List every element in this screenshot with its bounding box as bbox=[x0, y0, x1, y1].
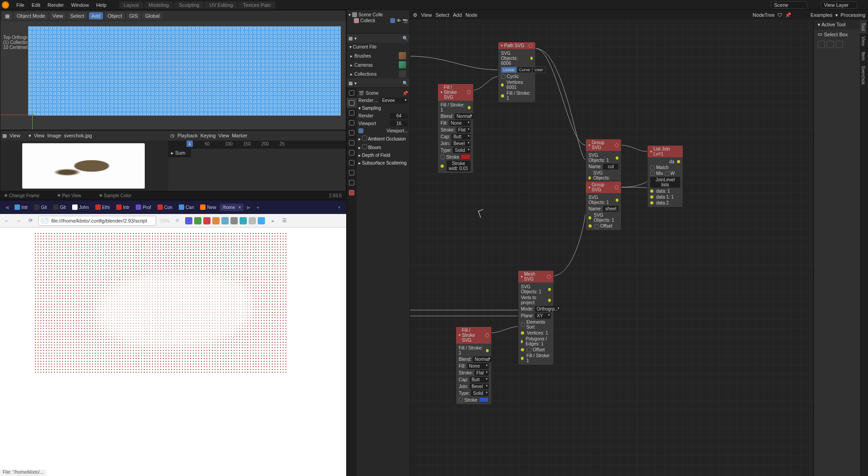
ie-view2-menu[interactable]: View bbox=[34, 133, 45, 138]
cap-select[interactable]: Butt bbox=[470, 377, 489, 383]
prop-tab-physics[interactable] bbox=[347, 178, 357, 188]
node-state-icon[interactable] bbox=[547, 275, 551, 279]
ne-type-icon[interactable]: ⚙ bbox=[413, 12, 417, 18]
node-editor[interactable]: ⚙ View Select Add Node NodeTree 🛡 📌 Exam… bbox=[410, 10, 868, 476]
ao-panel[interactable]: ▸ Ambient Occlusion bbox=[358, 134, 408, 143]
tl-view[interactable]: View bbox=[218, 133, 229, 138]
node-state-icon[interactable] bbox=[529, 44, 533, 48]
viewlayer-selector[interactable]: View Layer bbox=[821, 1, 857, 9]
new-tab-button[interactable]: ＋ bbox=[254, 203, 262, 211]
curve-mode-toggle[interactable]: LinearCurveUser bbox=[501, 67, 545, 73]
examples-menu[interactable]: Examples bbox=[810, 12, 832, 18]
np-option-1[interactable] bbox=[818, 41, 825, 48]
node-list-join[interactable]: ▾List Join Lv=1 da Match Mix W JoinLevel… bbox=[647, 145, 683, 208]
tl-marker[interactable]: Marker bbox=[232, 133, 247, 138]
nav-reload-icon[interactable]: ⟳ bbox=[26, 217, 34, 225]
browser-tab-active[interactable]: /home × bbox=[220, 204, 244, 211]
np-tab-tool[interactable]: Tool bbox=[860, 20, 867, 34]
ext-icon[interactable] bbox=[258, 217, 265, 224]
node-state-icon[interactable] bbox=[467, 90, 471, 94]
asset-brushes[interactable]: ▸Brushes bbox=[347, 51, 410, 60]
menu-edit[interactable]: Edit bbox=[28, 2, 44, 8]
menu-file[interactable]: File bbox=[13, 2, 28, 8]
menu-window[interactable]: Window bbox=[68, 2, 93, 8]
mode-select[interactable]: Object Mode bbox=[14, 12, 48, 19]
browser-tab[interactable]: New bbox=[197, 203, 219, 211]
node-fill-stroke-2[interactable]: ▾Fill / Stroke SVG Fill / Stroke: 1 Blen… bbox=[456, 326, 492, 405]
joinlevel-field[interactable]: JoinLevel lists bbox=[650, 177, 680, 188]
workspace-tab-uv[interactable]: UV Editing bbox=[205, 1, 237, 9]
menu-help[interactable]: Help bbox=[93, 2, 110, 8]
asset-section-head[interactable]: ▾ Current File bbox=[347, 43, 410, 51]
group-name-field[interactable]: cut bbox=[603, 164, 618, 170]
node-mesh-svg[interactable]: ▾Mesh SVG SVG Objects: 1 Verts to projec… bbox=[518, 270, 554, 365]
np-tab-item[interactable]: Item bbox=[860, 49, 867, 63]
blend-select[interactable]: Normal bbox=[455, 113, 473, 119]
mode-select[interactable]: Orthogrp... bbox=[535, 306, 560, 312]
vp-menu-object[interactable]: Object bbox=[105, 12, 125, 19]
node-state-icon[interactable] bbox=[485, 333, 489, 337]
viewport-samples-field[interactable]: 16 bbox=[390, 121, 408, 126]
collection-visible-checkbox[interactable] bbox=[390, 18, 395, 23]
ab-type-icon[interactable]: ▦ bbox=[348, 81, 353, 86]
bloom-panel[interactable]: ▸ Bloom bbox=[358, 143, 408, 151]
workspace-tab-layout[interactable]: Layout bbox=[119, 1, 143, 9]
eye-icon[interactable]: 👁 bbox=[397, 18, 401, 23]
prop-tab-render[interactable] bbox=[347, 98, 357, 108]
workspace-tab-texture[interactable]: Texture Pain bbox=[238, 1, 275, 9]
menu-icon[interactable]: ☰ bbox=[280, 217, 289, 225]
shield-icon[interactable]: 🛡 bbox=[777, 12, 782, 18]
browser-tab[interactable]: Ethi bbox=[93, 203, 113, 211]
ie-image-menu[interactable]: Image bbox=[47, 133, 61, 138]
prop-tab-particles[interactable] bbox=[347, 168, 357, 178]
playhead[interactable]: 1 bbox=[186, 141, 193, 147]
image-name-field[interactable]: sverchok.jpg bbox=[64, 133, 109, 138]
np-tab-view[interactable]: View bbox=[860, 34, 867, 49]
node-state-icon[interactable] bbox=[615, 185, 618, 189]
summary-row[interactable]: ▸ Sum bbox=[168, 149, 191, 157]
render-engine-select[interactable]: Eevee bbox=[380, 97, 408, 103]
vp-menu-select[interactable]: Select bbox=[68, 12, 87, 19]
browser-tab[interactable]: Git bbox=[31, 203, 49, 211]
nav-forward-icon[interactable]: → bbox=[15, 217, 23, 225]
viewport-3d[interactable]: ▦ Object Mode View Select Add Object GIS… bbox=[0, 10, 346, 130]
ne-menu-node[interactable]: Node bbox=[466, 12, 477, 18]
ext-icon[interactable] bbox=[230, 217, 238, 224]
ab-type-icon[interactable]: ▦ bbox=[348, 36, 353, 41]
asset-collections[interactable]: ▸Collections bbox=[347, 69, 410, 78]
stroke-select[interactable]: Flat bbox=[475, 370, 489, 376]
tl-type-icon[interactable]: ◷ bbox=[170, 133, 175, 139]
stroke-color-swatch[interactable] bbox=[479, 397, 489, 403]
processing-menu[interactable]: Processing bbox=[841, 12, 865, 18]
ne-menu-add[interactable]: Add bbox=[453, 12, 462, 18]
node-path-svg[interactable]: ▾Path SVG SVG Objects: 6006 LinearCurveU… bbox=[498, 42, 536, 103]
tabstrip-back-icon[interactable]: ◀ bbox=[3, 203, 11, 211]
ext-icon[interactable] bbox=[203, 217, 211, 224]
cap-select[interactable]: Butt bbox=[451, 134, 471, 140]
orientation-select[interactable]: Global bbox=[142, 12, 162, 19]
overflow-icon[interactable]: » bbox=[269, 217, 277, 225]
prop-tab-object[interactable] bbox=[347, 148, 357, 158]
join-select[interactable]: Bevel bbox=[451, 141, 471, 146]
image-editor[interactable]: ▦ View ▾ View Image sverchok.jpg bbox=[0, 131, 168, 191]
outliner[interactable]: ▾ Scene Colle Collecti 👁 📷 bbox=[347, 10, 410, 34]
tabstrip-dropdown-icon[interactable]: ▾ bbox=[335, 203, 343, 211]
browser-tab[interactable]: Intr bbox=[113, 203, 132, 211]
prop-tab-material[interactable] bbox=[347, 188, 357, 198]
browser-tab[interactable]: Git bbox=[50, 203, 69, 211]
close-icon[interactable]: × bbox=[238, 205, 241, 210]
tabstrip-fwd-icon[interactable]: ▶ bbox=[245, 203, 253, 211]
sss-panel[interactable]: ▸ Subsurface Scattering bbox=[358, 159, 408, 167]
workspace-tab-modeling[interactable]: Modeling bbox=[144, 1, 174, 9]
ext-icon[interactable] bbox=[221, 217, 229, 224]
plane-select[interactable]: XY bbox=[535, 313, 551, 319]
node-state-icon[interactable] bbox=[615, 143, 618, 147]
dof-panel[interactable]: ▸ Depth of Field bbox=[358, 151, 408, 159]
type-select[interactable]: Solid bbox=[471, 390, 489, 396]
node-group-svg-2[interactable]: ▾Group SVG SVG Objects: 1 Name:sheet SVG… bbox=[585, 181, 622, 231]
browser-tab[interactable]: John bbox=[69, 203, 92, 211]
tl-keying[interactable]: Keying bbox=[201, 133, 216, 138]
np-tab-sverchok[interactable]: Sverchok bbox=[860, 63, 867, 87]
np-option-2[interactable] bbox=[827, 41, 834, 48]
node-fill-stroke-1[interactable]: ▾Fill / Stroke SVG Fill / Stroke: 1 Blen… bbox=[437, 83, 474, 174]
